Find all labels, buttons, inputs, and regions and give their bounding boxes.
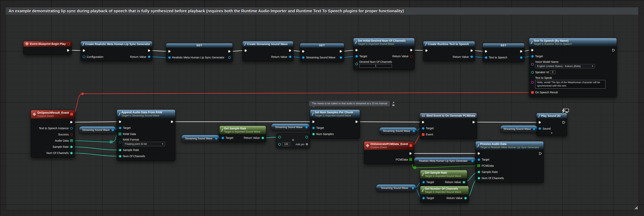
pin-bubble-icon[interactable] [392, 101, 395, 104]
variable-get-pill-ssw5[interactable]: Streaming Sound Wave [376, 184, 416, 192]
node-gsr-mid[interactable]: ƒGet Sample RateTarget is Imported Sound… [219, 126, 266, 142]
node-header[interactable]: OnSpeechResult_EventCustom Event [31, 110, 75, 118]
pin-samplerate[interactable] [477, 170, 480, 174]
pin-execin-exec[interactable] [425, 49, 428, 52]
add-pin-icon[interactable]: ⊕ [306, 143, 308, 146]
dropdown[interactable]: Floating point 32-bit▾ [123, 142, 165, 146]
pin-ttsinstance[interactable] [70, 127, 73, 130]
delegate-pin[interactable] [67, 43, 70, 45]
pin-target[interactable] [422, 197, 425, 200]
pin-execout-exec[interactable] [228, 50, 231, 53]
pin-rv[interactable] [410, 55, 413, 58]
pin-audiodata[interactable] [70, 139, 73, 142]
variable-get-pill-ssw3[interactable]: Streaming Sound Wave [271, 123, 310, 131]
wire[interactable] [72, 153, 120, 156]
pin-out[interactable] [111, 128, 114, 131]
node-header[interactable]: ƒSet Num Samples Per ChunkTarget is Impo… [310, 110, 360, 118]
pin-execin-exec[interactable] [531, 48, 534, 52]
pin-target[interactable] [422, 181, 425, 184]
reroute-reroute-teal[interactable] [110, 141, 113, 143]
pin-execin-exec[interactable] [168, 50, 171, 53]
value-input[interactable]: 1 [359, 64, 392, 68]
pin-execin-exec[interactable] [355, 48, 358, 52]
pin-target[interactable] [118, 126, 122, 129]
pin-execout-exec[interactable] [355, 120, 358, 123]
pin-desired[interactable] [355, 62, 358, 65]
node-header[interactable]: Bind Event to On Generate PCMData [420, 113, 477, 118]
pin-execin-exec[interactable] [312, 120, 315, 123]
pin-out[interactable] [339, 56, 342, 59]
pin-out[interactable] [411, 186, 414, 190]
pin-execin-exec[interactable] [82, 49, 86, 52]
pin-rv[interactable] [148, 55, 150, 58]
pin-in2[interactable] [278, 143, 281, 146]
pin-execin-exec[interactable] [484, 50, 488, 53]
pin-rv[interactable] [261, 136, 264, 139]
wire[interactable] [356, 122, 423, 122]
pin-execin-exec[interactable] [538, 121, 541, 124]
node-onspeech[interactable]: OnSpeechResult_EventCustom EventText to … [31, 110, 75, 158]
node-header[interactable]: ƒProcess Audio DataTarget is Realistic M… [476, 141, 544, 150]
reroute-reroute-green[interactable] [414, 166, 416, 169]
pin-rv[interactable] [288, 55, 292, 58]
node-header[interactable]: SET [300, 43, 344, 48]
node-tts[interactable]: ƒText To Speech (By Name)Target is Runti… [529, 38, 617, 97]
wire[interactable] [82, 92, 532, 94]
pin-target[interactable] [422, 127, 425, 130]
pin-execout-exec[interactable] [539, 152, 542, 155]
node-header[interactable]: ƒAppend Audio Data From RAWTarget is Str… [117, 110, 175, 118]
pin-exec-exec[interactable] [70, 120, 73, 124]
variable-get-pill-ssw4[interactable]: Streaming Sound Wave [379, 127, 417, 134]
pin-onspeechresult[interactable] [531, 91, 534, 94]
pin-execout-exec[interactable] [472, 120, 475, 124]
pin-rv[interactable] [470, 55, 473, 58]
pin-target[interactable] [477, 158, 480, 161]
variable-get-pill-ssw1[interactable]: Streaming Sound Wave [79, 126, 116, 133]
node-header[interactable]: ƒCreate Realistic Meta Human Lip Sync Ge… [81, 41, 152, 47]
dropdown[interactable]: English (United States) - Kokoro (Bella)… [535, 64, 595, 68]
variable-get-pill-rmh[interactable]: Realistic Meta Human Lip Sync Generator [414, 157, 476, 164]
node-set2[interactable]: SETStreaming Sound Wave [300, 43, 344, 62]
wire[interactable] [72, 141, 111, 142]
pin-numchannels[interactable] [70, 151, 73, 155]
wire[interactable] [415, 166, 479, 168]
pin-target[interactable] [221, 136, 224, 139]
pin-rawformat[interactable] [118, 140, 122, 144]
pin-execin-exec[interactable] [477, 152, 480, 155]
value-input[interactable]: 100 [282, 142, 290, 146]
node-header[interactable]: SET [483, 43, 524, 48]
pin-execout-exec[interactable] [288, 49, 292, 52]
wire[interactable] [72, 122, 120, 122]
node-create-realistic[interactable]: ƒCreate Realistic Meta Human Lip Sync Ge… [80, 41, 152, 61]
node-set1[interactable]: SETRealistic Meta Human Lip Sync Generat… [166, 43, 233, 62]
pin-sound[interactable] [538, 127, 541, 130]
pin-rawdata[interactable] [118, 132, 122, 136]
node-header[interactable]: SET [166, 43, 232, 48]
pin-numchannels[interactable] [118, 155, 122, 158]
comment-bubble-icon[interactable] [392, 104, 395, 107]
delegate-pin[interactable] [70, 113, 73, 115]
pin-execout-exec[interactable] [520, 50, 523, 53]
pin-execout-exec[interactable] [410, 48, 413, 52]
pin-execout-exec[interactable] [562, 121, 565, 124]
expand-node-chevron-icon[interactable]: ▾ [536, 131, 567, 135]
pin-execout-exec[interactable] [170, 120, 174, 123]
node-create-tts[interactable]: ƒCreate Runtime Text to SpeechReturn Val… [423, 41, 475, 61]
pin-numsamples[interactable] [312, 132, 315, 136]
pin-out[interactable] [520, 56, 523, 59]
node-header[interactable]: OnGeneratePCMData_EventCustom Event [364, 141, 414, 150]
pin-execout-exec[interactable] [612, 48, 615, 52]
pin-var[interactable] [302, 56, 305, 59]
pin-numchannels[interactable] [477, 177, 480, 180]
node-header[interactable]: ƒCreate Runtime Text to Speech [423, 41, 475, 47]
node-ongen[interactable]: OnGeneratePCMData_EventCustom EventPCMDa… [364, 141, 414, 164]
node-comment-bubble[interactable]: This needs to be called so that audio is… [309, 101, 390, 106]
node-gnoc[interactable]: ƒGet Number Of ChannelsTarget is Importe… [420, 186, 469, 203]
node-header[interactable]: ƒCreate Streaming Sound Wave [242, 41, 293, 47]
node-set-initial[interactable]: ƒSet Initial Desired Num Of ChannelsTarg… [353, 38, 415, 70]
variable-get-pill-ssw2[interactable]: Streaming Sound Wave [181, 135, 220, 142]
pin-samplerate[interactable] [118, 148, 122, 152]
pin-pcmdata[interactable] [477, 164, 480, 167]
pin-speakerid[interactable] [531, 71, 534, 74]
delegate-pin[interactable] [410, 144, 412, 147]
